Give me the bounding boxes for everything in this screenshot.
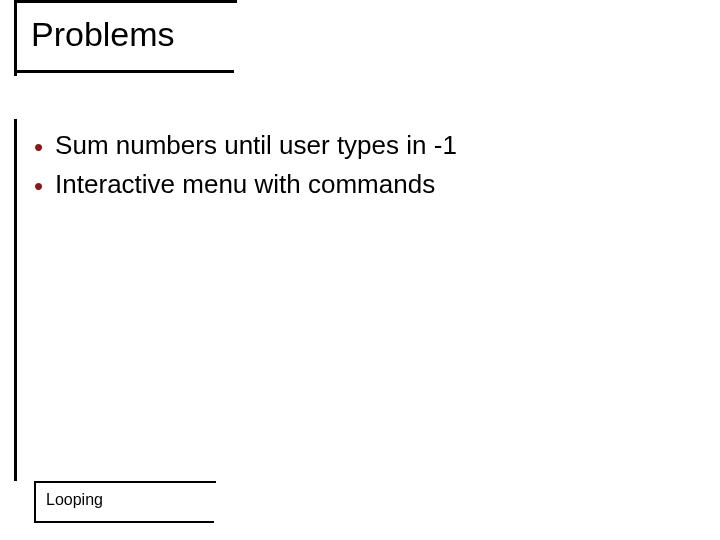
title-block: Problems [14, 0, 237, 76]
footer-block: Looping [34, 481, 216, 523]
bullet-text: Interactive menu with commands [55, 167, 435, 202]
bullet-icon: • [34, 173, 43, 199]
body-vertical-rule [14, 119, 17, 481]
footer-label: Looping [46, 491, 103, 509]
bullet-icon: • [34, 134, 43, 160]
list-item: • Sum numbers until user types in -1 [34, 128, 457, 163]
slide-title: Problems [31, 15, 175, 54]
footer-underline [34, 521, 214, 523]
bullet-text: Sum numbers until user types in -1 [55, 128, 457, 163]
list-item: • Interactive menu with commands [34, 167, 457, 202]
bullet-list: • Sum numbers until user types in -1 • I… [34, 128, 457, 206]
title-underline [14, 70, 234, 73]
slide: Problems • Sum numbers until user types … [0, 0, 720, 540]
